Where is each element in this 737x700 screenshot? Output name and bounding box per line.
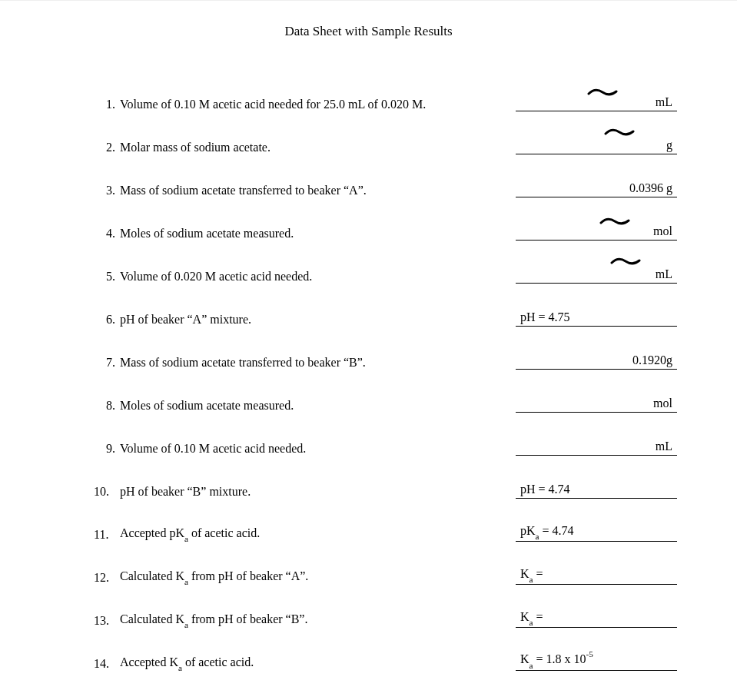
row-number: 3. [94,184,120,197]
answer-cell: Ka = [516,565,677,585]
data-row: 7.Mass of sodium acetate transferred to … [94,336,677,379]
answer-cell: pKa = 4.74 [516,522,677,542]
row-number: 11. [94,528,120,542]
answer-unit: 0.1920g [596,353,677,367]
row-label: Volume of 0.020 M acetic acid needed. [120,270,516,284]
page-title: Data Sheet with Sample Results [0,24,737,39]
data-row: 4.Moles of sodium acetate measured.mol [94,207,677,250]
answer-value: Ka = [516,567,677,582]
row-label: Volume of 0.10 M acetic acid needed for … [120,98,516,111]
row-label: Volume of 0.10 M acetic acid needed. [120,442,516,456]
data-sheet-page: Data Sheet with Sample Results 1.Volume … [0,0,737,700]
data-row: 12.Calculated Ka from pH of beaker “A”.K… [94,551,677,594]
answer-cell: mol [516,393,677,413]
handwritten-mark-icon [604,127,635,138]
answer-cell: 0.0396 g [516,177,677,197]
answer-value: Ka = [516,610,677,625]
row-number: 4. [94,227,120,241]
row-number: 10. [94,485,120,499]
data-row: 5.Volume of 0.020 M acetic acid needed.m… [94,250,677,293]
row-number: 1. [94,98,120,111]
row-label: Mass of sodium acetate transferred to be… [120,184,516,197]
answer-cell: pH = 4.75 [516,307,677,327]
row-number: 13. [94,614,120,628]
data-row: 10.pH of beaker “B” mixture.pH = 4.74 [94,465,677,508]
row-number: 8. [94,399,120,413]
row-label: Molar mass of sodium acetate. [120,141,516,154]
row-number: 5. [94,270,120,284]
data-row: 1.Volume of 0.10 M acetic acid needed fo… [94,78,677,121]
answer-unit: mL [596,440,677,453]
answer-cell: mL [516,436,677,456]
answer-value: Ka = 1.8 x 10-5 [516,651,677,668]
row-number: 6. [94,313,120,327]
row-number: 9. [94,442,120,456]
handwritten-mark-icon [610,256,641,267]
answer-cell: 0.1920g [516,350,677,370]
answer-value: pKa = 4.74 [516,524,677,539]
data-row: 13.Calculated Ka from pH of beaker “B”.K… [94,594,677,637]
answer-unit: g [596,138,677,152]
row-label: pH of beaker “A” mixture. [120,313,516,327]
answer-value: pH = 4.74 [516,483,677,496]
data-row: 6.pH of beaker “A” mixture.pH = 4.75 [94,293,677,336]
answer-cell: pH = 4.74 [516,479,677,499]
answer-value: pH = 4.75 [516,310,677,324]
row-label: Moles of sodium acetate measured. [120,227,516,241]
answer-unit: mol [596,224,677,238]
row-label: Mass of sodium acetate transferred to be… [120,356,516,370]
row-label: Accepted pKa of acetic acid. [120,526,516,542]
data-row: 2.Molar mass of sodium acetate.g [94,121,677,164]
answer-cell: mol [516,221,677,241]
row-label: pH of beaker “B” mixture. [120,485,516,499]
rows-container: 1.Volume of 0.10 M acetic acid needed fo… [0,78,737,680]
row-label: Calculated Ka from pH of beaker “A”. [120,569,516,585]
data-row: 8.Moles of sodium acetate measured.mol [94,379,677,422]
data-row: 14.Accepted Ka of acetic acid.Ka = 1.8 x… [94,637,677,680]
answer-unit: mol [596,396,677,410]
row-number: 14. [94,657,120,671]
answer-cell: mL [516,91,677,111]
answer-cell: mL [516,264,677,284]
row-number: 2. [94,141,120,154]
row-label: Calculated Ka from pH of beaker “B”. [120,612,516,628]
data-row: 3.Mass of sodium acetate transferred to … [94,164,677,207]
row-label: Accepted Ka of acetic acid. [120,655,516,671]
answer-unit: mL [596,95,677,109]
answer-unit: 0.0396 g [596,181,677,195]
data-row: 9.Volume of 0.10 M acetic acid needed.mL [94,422,677,465]
answer-cell: Ka = 1.8 x 10-5 [516,651,677,671]
row-label: Moles of sodium acetate measured. [120,399,516,413]
data-row: 11.Accepted pKa of acetic acid.pKa = 4.7… [94,508,677,551]
answer-unit: mL [596,267,677,281]
answer-cell: Ka = [516,608,677,628]
row-number: 7. [94,356,120,370]
row-number: 12. [94,571,120,585]
answer-cell: g [516,134,677,154]
